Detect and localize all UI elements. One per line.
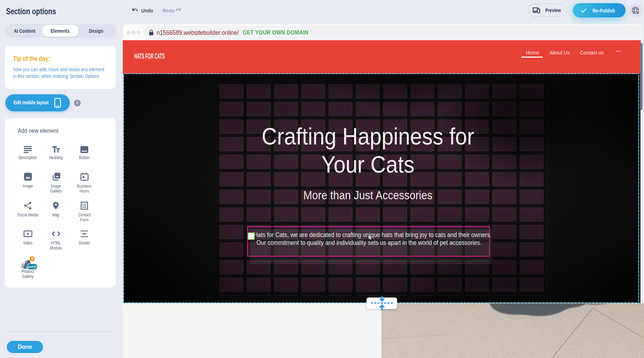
svg-text:SHOP: SHOP [27,265,37,269]
